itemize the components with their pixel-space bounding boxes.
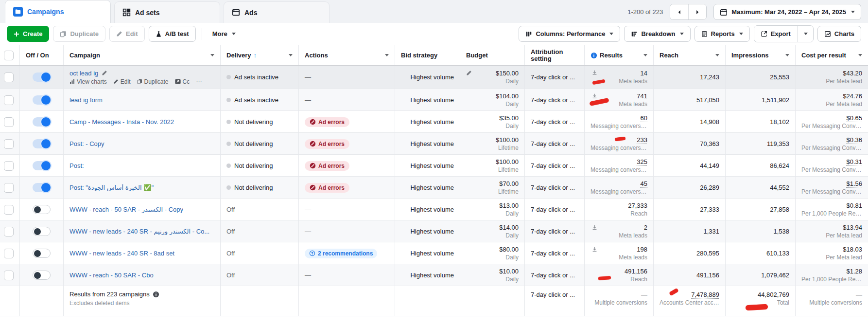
campaign-name-link[interactable]: Post: - Copy: [69, 140, 104, 147]
sort-caret-icon[interactable]: [385, 54, 389, 56]
column-header-bid-strategy[interactable]: Bid strategy: [395, 45, 460, 65]
download-icon[interactable]: [591, 93, 598, 99]
charts-button[interactable]: Charts: [817, 26, 861, 42]
view-charts-button[interactable]: View charts: [69, 78, 107, 85]
column-header-cost-per-result[interactable]: Cost per result: [795, 45, 868, 65]
download-icon[interactable]: [591, 246, 598, 253]
tab-ads[interactable]: Ads: [224, 1, 330, 23]
row-checkbox[interactable]: [4, 271, 14, 280]
export-options-button[interactable]: [797, 26, 813, 42]
prev-page-button[interactable]: [670, 4, 688, 19]
sort-caret-icon[interactable]: [210, 54, 214, 56]
column-header-reach[interactable]: Reach: [653, 45, 725, 65]
row-checkbox[interactable]: [4, 227, 14, 236]
campaign-toggle[interactable]: [33, 117, 51, 127]
sort-caret-icon[interactable]: [289, 54, 293, 56]
recommendations-badge[interactable]: 2 recommendations: [305, 249, 377, 258]
column-header-attribution[interactable]: Attribution setting: [524, 45, 584, 65]
row-checkbox[interactable]: [4, 139, 14, 149]
campaign-toggle[interactable]: [33, 249, 51, 258]
budget-period: Lifetime: [498, 166, 519, 174]
sort-caret-icon[interactable]: [858, 54, 862, 56]
table-row[interactable]: Post: - Copy Not delivering Ad errors Ad…: [0, 133, 868, 155]
table-row[interactable]: Camp - Messages - Insta - Nov. 2022 Not …: [0, 111, 868, 133]
column-header-results[interactable]: Results: [584, 45, 653, 65]
column-header-campaign[interactable]: Campaign: [63, 45, 220, 65]
budget-period: Daily: [505, 77, 519, 85]
reach-value: 17,243: [700, 73, 719, 81]
download-icon[interactable]: [591, 224, 598, 231]
ad-errors-badge[interactable]: Ad errors: [305, 183, 349, 193]
campaign-toggle[interactable]: [33, 205, 51, 214]
ad-errors-badge[interactable]: Ad errors: [305, 161, 349, 171]
create-button[interactable]: Create: [7, 26, 49, 42]
table-row[interactable]: lead ig form Ad sets inactive — — — High…: [0, 89, 868, 111]
more-button[interactable]: More: [208, 26, 240, 42]
reach-value: 26,289: [700, 183, 719, 192]
campaign-toggle[interactable]: [33, 73, 51, 82]
campaign-name-link[interactable]: WWW - reach - 50 SAR - Cbo: [69, 272, 154, 279]
info-icon[interactable]: [153, 291, 159, 298]
campaign-name-link[interactable]: oct lead ig: [69, 70, 98, 77]
campaign-toggle[interactable]: [33, 95, 51, 105]
table-row[interactable]: WWW - new leads - 240 SR - الكسندر ورنيم…: [0, 220, 868, 242]
campaign-name-link[interactable]: WWW - reach - 50 SAR - الكسندر - Copy: [69, 206, 183, 213]
sort-caret-icon[interactable]: [643, 54, 647, 56]
ad-errors-badge[interactable]: Ad errors: [305, 139, 349, 149]
row-checkbox[interactable]: [4, 249, 14, 258]
column-header-delivery[interactable]: Delivery↑: [220, 45, 298, 65]
date-range-button[interactable]: Maximum: Mar 24, 2022 – Apr 24, 2025: [713, 4, 861, 20]
row-checkbox[interactable]: [4, 205, 14, 215]
table-row[interactable]: Post: "الخبرة أساس الجودة ✅" Not deliver…: [0, 177, 868, 199]
next-page-button[interactable]: [688, 4, 706, 19]
duplicate-campaign-button[interactable]: Duplicate: [137, 78, 169, 85]
ad-errors-badge[interactable]: Ad errors: [305, 117, 349, 127]
campaign-toggle[interactable]: [33, 271, 51, 280]
breakdown-button[interactable]: Breakdown: [624, 26, 690, 42]
row-checkbox[interactable]: [4, 95, 14, 105]
delivery-status-dot: [226, 185, 231, 190]
table-row[interactable]: oct lead ig View charts Edit Duplicate C…: [0, 66, 868, 89]
campaign-name-link[interactable]: Post: "الخبرة أساس الجودة ✅": [69, 184, 154, 191]
edit-name-icon[interactable]: [102, 70, 107, 76]
row-checkbox[interactable]: [4, 73, 14, 82]
table-row[interactable]: Post: Not delivering Ad errors Ad errors…: [0, 155, 868, 177]
campaign-name-link[interactable]: Camp - Messages - Insta - Nov. 2022: [69, 118, 174, 126]
info-icon[interactable]: [590, 52, 597, 59]
cost-per-result-label: Per Messaging Conve...: [801, 122, 862, 130]
campaign-toggle[interactable]: [33, 139, 51, 148]
column-header-actions[interactable]: Actions: [298, 45, 395, 65]
reports-button[interactable]: Reports: [694, 26, 750, 42]
table-row[interactable]: WWW - reach - 50 SAR - الكسندر - Copy Of…: [0, 199, 868, 220]
edit-button[interactable]: Edit: [109, 26, 145, 42]
campaign-name-link[interactable]: WWW - new leads - 240 SR - الكسندر ورنيم…: [69, 228, 209, 235]
download-icon[interactable]: [591, 70, 598, 76]
tab-ad-sets[interactable]: Ad sets: [114, 1, 220, 23]
campaign-toggle[interactable]: [33, 183, 51, 192]
campaign-name-link[interactable]: WWW - new leads - 240 SR - 8ad set: [69, 250, 174, 257]
cost-per-result-label: Per Meta lead: [826, 254, 862, 261]
edit-campaign-button[interactable]: Edit: [113, 78, 131, 85]
campaign-name-link[interactable]: Post:: [69, 162, 84, 169]
ab-test-button[interactable]: A/B test: [149, 26, 196, 42]
more-options-button[interactable]: ⋯: [196, 78, 202, 85]
duplicate-button[interactable]: Duplicate: [53, 26, 105, 42]
campaign-toggle[interactable]: [33, 227, 51, 236]
column-header-budget[interactable]: Budget: [460, 45, 524, 65]
campaign-toggle[interactable]: [33, 161, 51, 170]
row-checkbox[interactable]: [4, 161, 14, 171]
columns-button[interactable]: Columns: Performance: [519, 26, 620, 42]
select-all-checkbox[interactable]: [4, 51, 14, 60]
table-row[interactable]: WWW - new leads - 240 SR - 8ad set Off 2…: [0, 242, 868, 264]
sort-caret-icon[interactable]: [785, 54, 789, 56]
export-button[interactable]: Export: [754, 26, 797, 42]
sort-caret-icon[interactable]: [715, 54, 719, 56]
row-checkbox[interactable]: [4, 183, 14, 193]
edit-budget-icon[interactable]: [466, 70, 472, 76]
campaign-name-link[interactable]: lead ig form: [69, 96, 103, 104]
row-checkbox[interactable]: [4, 117, 14, 127]
tab-campaigns[interactable]: Campaigns: [5, 0, 111, 23]
table-row[interactable]: WWW - reach - 50 SAR - Cbo Off — — — Hig…: [0, 264, 868, 286]
column-header-impressions[interactable]: Impressions: [725, 45, 795, 65]
copy-to-button[interactable]: Cc: [175, 78, 190, 85]
